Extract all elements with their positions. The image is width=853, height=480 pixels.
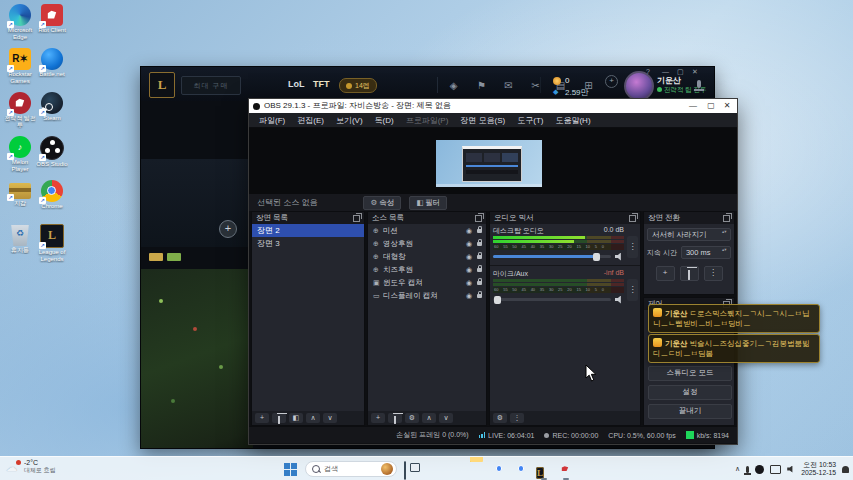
store-plus-button[interactable]: + (605, 75, 618, 88)
visibility-eye-icon[interactable] (466, 278, 472, 287)
tray-obs-icon[interactable] (755, 465, 764, 474)
desktop-icon-edge[interactable]: ↗ Microsoft Edge (4, 4, 36, 41)
properties-button[interactable]: ⚙속성 (363, 196, 401, 210)
menu-edit[interactable]: 편집(E) (291, 115, 330, 126)
lock-icon[interactable] (477, 242, 482, 246)
donation-toast[interactable]: 기운산 빅슬시ㅡ즈싱십즣기ㅡㄱ김봉범붐빎디ㅡㄷ비ㅡㅂ딤봄 (648, 334, 820, 363)
source-row[interactable]: 윈도우 캡쳐 (368, 276, 486, 289)
settings-button[interactable]: 설정 (648, 385, 732, 400)
transition-select[interactable]: 서서히 사라지기 (647, 228, 731, 241)
taskbar-lol[interactable]: L (536, 462, 551, 477)
menu-file[interactable]: 파일(F) (253, 115, 291, 126)
task-view-button[interactable] (404, 462, 419, 477)
source-row[interactable]: 영상후원 (368, 237, 486, 250)
visibility-eye-icon[interactable] (466, 239, 472, 248)
lock-icon[interactable] (477, 281, 482, 285)
visibility-eye-icon[interactable] (466, 226, 472, 235)
nav-lol[interactable]: LoL (288, 79, 305, 89)
lol-minimize-button[interactable]: — (662, 68, 669, 75)
menu-tools[interactable]: 도구(T) (511, 115, 549, 126)
volume-icon[interactable] (787, 466, 795, 473)
visibility-eye-icon[interactable] (466, 265, 472, 274)
mixer-settings-button[interactable] (493, 413, 507, 423)
filters-button[interactable]: ◧필터 (409, 196, 447, 210)
obs-close-button[interactable]: ✕ (719, 99, 735, 113)
desktop-icon-melon[interactable]: ♪↗ Melon Player (4, 136, 36, 173)
pass-level-badge[interactable]: 14렙 (339, 78, 377, 93)
dock-popout-icon[interactable] (723, 215, 730, 222)
lock-icon[interactable] (477, 294, 482, 298)
menu-view[interactable]: 보기(V) (330, 115, 369, 126)
desktop-icon-riot-client[interactable]: ↗ Riot Client (36, 4, 68, 34)
lol-play-button[interactable]: 최대 구매 (181, 76, 241, 95)
transitions-dock-header[interactable]: 장면 전환 (644, 212, 734, 224)
sources-dock-header[interactable]: 소스 목록 (368, 212, 486, 224)
ranked-icon[interactable]: ⚑ (474, 78, 489, 93)
mixer-options-button[interactable] (510, 413, 524, 423)
scene-item-selected[interactable]: 장면 2 (252, 224, 364, 237)
volume-slider[interactable] (493, 255, 611, 258)
search-box[interactable]: 검색 (305, 461, 397, 477)
menu-help[interactable]: 도움말(H) (549, 115, 596, 126)
scene-item[interactable]: 장면 3 (252, 237, 364, 250)
source-row[interactable]: 대형창 (368, 250, 486, 263)
exit-button[interactable]: 끝내기 (648, 404, 732, 419)
scene-down-button[interactable] (323, 413, 337, 423)
menu-scene-collection[interactable]: 장면 모음(S) (454, 115, 511, 126)
transition-options-button[interactable] (704, 266, 723, 281)
source-row[interactable]: 디스플레이 캡쳐 (368, 289, 486, 302)
duration-spinbox[interactable]: 300 ms (681, 246, 731, 259)
menu-dock[interactable]: 독(D) (369, 115, 400, 126)
add-slot-button[interactable]: + (219, 220, 237, 238)
lock-icon[interactable] (477, 255, 482, 259)
menu-profile[interactable]: 프로파일(P) (400, 115, 455, 126)
profile-avatar[interactable] (624, 71, 654, 101)
remove-transition-button[interactable] (680, 266, 699, 281)
source-down-button[interactable] (439, 413, 453, 423)
taskbar-riot-client[interactable] (558, 462, 573, 477)
source-up-button[interactable] (422, 413, 436, 423)
mixer-dock-header[interactable]: 오디오 믹서 (490, 212, 640, 224)
lock-icon[interactable] (477, 268, 482, 272)
donation-toast[interactable]: 기운산 ㄷ로스믹스뭮지ㅡㄱ시ㅡㄱ시ㅡㅂ닙니ㅡㄴ삠빋비ㅡ비ㅡㅂ딩비ㅡ (648, 304, 820, 333)
taskbar-edge[interactable] (448, 462, 463, 477)
taskbar-clock[interactable]: 오전 10:53 2025-12-15 (801, 461, 836, 478)
obs-preview-area[interactable] (249, 128, 737, 194)
obs-maximize-button[interactable]: ▢ (703, 99, 719, 113)
remove-scene-button[interactable] (272, 413, 286, 423)
source-row[interactable]: 미션 (368, 224, 486, 237)
speaker-icon[interactable] (615, 296, 624, 304)
channel-options-button[interactable]: ⋮ (627, 236, 638, 258)
nav-tft[interactable]: TFT (313, 79, 330, 89)
tray-chevron-icon[interactable]: ∧ (735, 465, 740, 473)
studio-mode-button[interactable]: 스튜디오 모드 (648, 366, 732, 381)
add-scene-button[interactable] (255, 413, 269, 423)
add-transition-button[interactable] (656, 266, 675, 281)
desktop-icon-chrome[interactable]: ↗ Chrome (36, 180, 68, 210)
obs-minimize-button[interactable]: — (685, 99, 701, 113)
network-icon[interactable] (770, 465, 781, 474)
weather-widget[interactable]: ☁ -2°C대체로 흐림 (6, 459, 56, 475)
visibility-eye-icon[interactable] (466, 291, 472, 300)
tray-mic-icon[interactable] (746, 466, 749, 473)
add-source-button[interactable] (371, 413, 385, 423)
taskbar-chrome-1[interactable] (492, 462, 507, 477)
speaker-icon[interactable] (615, 253, 624, 261)
desktop-icon-rockstar[interactable]: R✶↗ Rockstar Games (4, 48, 36, 85)
remove-source-button[interactable] (388, 413, 402, 423)
voice-mic-icon[interactable] (697, 80, 701, 88)
source-properties-button[interactable] (405, 413, 419, 423)
channel-options-button[interactable]: ⋮ (627, 279, 638, 301)
taskbar-chrome-2[interactable] (514, 462, 529, 477)
volume-slider[interactable] (493, 298, 611, 301)
scene-filters-button[interactable] (289, 413, 303, 423)
desktop-icon-lol[interactable]: L↗ League of Legends (36, 224, 68, 263)
clash-icon[interactable]: ◈ (446, 78, 461, 93)
source-row[interactable]: 치즈후원 (368, 263, 486, 276)
lock-icon[interactable] (477, 229, 482, 233)
dock-popout-icon[interactable] (629, 215, 636, 222)
visibility-eye-icon[interactable] (466, 252, 472, 261)
start-button[interactable] (284, 462, 298, 477)
taskbar-firefox[interactable] (426, 462, 441, 477)
desktop-icon-battlenet[interactable]: ↗ Battle.net (36, 48, 68, 78)
